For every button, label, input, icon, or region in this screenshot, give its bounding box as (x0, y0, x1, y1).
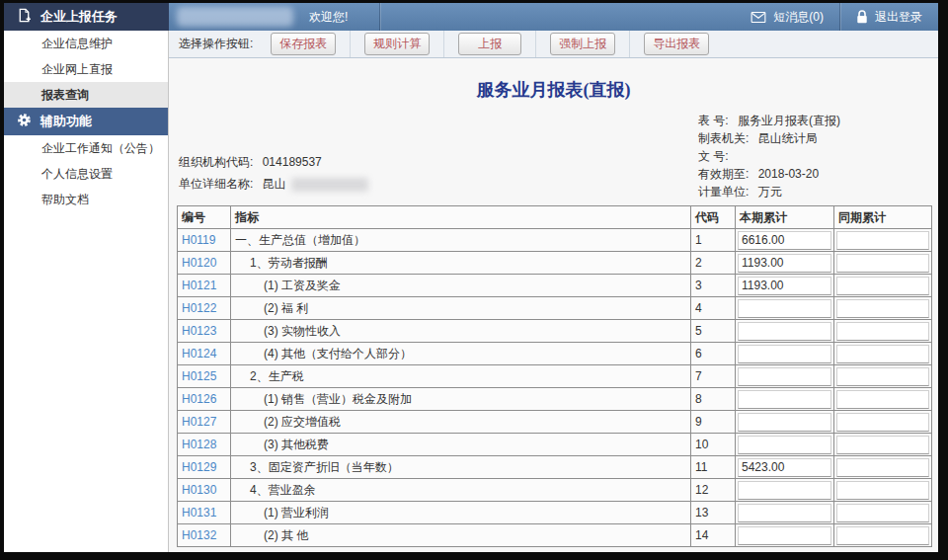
meta-left-block: 组织机构代码: 014189537 单位详细名称: 昆山 (179, 151, 368, 195)
current-period-input[interactable] (738, 367, 831, 386)
indicator-code-link[interactable]: H0129 (182, 460, 216, 474)
unit-name-value: 昆山 (263, 177, 286, 191)
indicator-code-link[interactable]: H0128 (182, 438, 216, 451)
force-submit-button[interactable]: 强制上报 (550, 33, 615, 55)
sidebar-item-help-docs[interactable]: 帮助文档 (4, 187, 168, 212)
indicator-code-link[interactable]: H0131 (182, 506, 216, 520)
top-bar-actions: 短消息(0) 退出登录 (735, 3, 938, 31)
rule-calc-button[interactable]: 规则计算 (364, 33, 430, 55)
toolbar-divider (350, 31, 351, 57)
row-code: 12 (691, 479, 736, 502)
current-period-input[interactable] (738, 322, 831, 341)
screenshot-frame: 企业上报任务 欢迎您! 短消息(0) 退出登录 (0, 0, 948, 560)
welcome-text: 欢迎您! (309, 9, 348, 26)
indicator-name: (2) 应交增值税 (231, 411, 691, 434)
toolbar-divider (629, 31, 630, 57)
save-report-button[interactable]: 保存报表 (271, 33, 336, 55)
logout-button[interactable]: 退出登录 (840, 3, 938, 31)
current-period-input[interactable] (738, 390, 831, 409)
indicator-code-link[interactable]: H0132 (182, 528, 216, 542)
sidebar-item-online-report[interactable]: 企业网上直报 (4, 56, 168, 82)
org-code-label: 组织机构代码: (179, 155, 253, 169)
indicator-code-link[interactable]: H0127 (182, 415, 216, 429)
sidebar-section-enterprise-tasks[interactable]: 企业上报任务 (4, 3, 169, 31)
current-period-input[interactable] (738, 299, 831, 318)
row-code: 3 (691, 275, 736, 297)
current-period-input[interactable] (738, 277, 831, 295)
prior-period-input[interactable] (836, 413, 929, 432)
prior-period-input[interactable] (836, 458, 929, 477)
indicator-name: (1) 营业利润 (231, 502, 691, 524)
toolbar-divider (535, 31, 536, 57)
unit-name-label: 单位详细名称: (179, 177, 253, 191)
indicator-code-link[interactable]: H0121 (182, 279, 216, 292)
current-period-input[interactable] (738, 345, 831, 363)
prior-period-input[interactable] (836, 322, 929, 341)
indicator-name: (3) 实物性收入 (231, 320, 691, 343)
prior-period-input[interactable] (836, 277, 929, 295)
indicator-code-link[interactable]: H0122 (182, 301, 216, 315)
indicator-code-link[interactable]: H0123 (182, 324, 216, 338)
sidebar-item-work-notice[interactable]: 企业工作通知（公告） (4, 135, 168, 161)
prior-period-input[interactable] (836, 504, 929, 522)
lock-icon (856, 10, 868, 24)
indicator-name: (1) 销售（营业）税金及附加 (231, 388, 691, 411)
topbar-divider (379, 3, 380, 31)
doc-number-line: 文 号: (698, 147, 840, 165)
sidebar-item-enterprise-info[interactable]: 企业信息维护 (4, 31, 168, 56)
row-code: 11 (691, 456, 736, 479)
unit-of-measure-line: 计量单位: 万元 (698, 183, 840, 200)
indicator-code-link[interactable]: H0125 (182, 369, 216, 383)
current-period-input[interactable] (738, 254, 831, 273)
issuing-agency-value: 昆山统计局 (758, 131, 818, 145)
prior-period-input[interactable] (836, 390, 929, 409)
table-row: H0123 (3) 实物性收入 5 (178, 320, 932, 343)
indicator-code-link[interactable]: H0120 (182, 256, 216, 270)
prior-period-input[interactable] (836, 299, 929, 318)
prior-period-input[interactable] (836, 345, 929, 363)
current-period-input[interactable] (738, 504, 831, 522)
indicator-code-link[interactable]: H0119 (182, 233, 215, 247)
prior-period-input[interactable] (836, 254, 929, 273)
current-period-input[interactable] (738, 526, 831, 545)
main-area: 选择操作按钮: 保存报表 规则计算 上报 强制上报 导出报表 服务业月报表(直报… (169, 31, 938, 552)
table-row: H0122 (2) 福 利 4 (178, 297, 932, 320)
sidebar-item-report-query[interactable]: 报表查询 (4, 82, 168, 108)
top-bar: 企业上报任务 欢迎您! 短消息(0) 退出登录 (4, 3, 938, 31)
report-meta: 组织机构代码: 014189537 单位详细名称: 昆山 表 号: 服务业月报表… (169, 99, 938, 205)
valid-until-label: 有效期至: (698, 167, 749, 181)
submit-button[interactable]: 上报 (458, 33, 521, 55)
table-row: H0130 4、营业盈余 12 (178, 479, 932, 502)
export-report-button[interactable]: 导出报表 (644, 33, 709, 55)
messages-button[interactable]: 短消息(0) (735, 3, 839, 31)
prior-period-input[interactable] (836, 231, 929, 250)
unit-name-line: 单位详细名称: 昆山 (179, 173, 368, 195)
current-period-input[interactable] (738, 231, 831, 250)
prior-period-input[interactable] (836, 481, 929, 500)
table-row: H0121 (1) 工资及奖金 3 (178, 275, 932, 297)
table-row: H0128 (3) 其他税费 10 (178, 434, 932, 456)
current-period-input[interactable] (738, 458, 831, 477)
indicator-name: (2) 其 他 (231, 524, 691, 547)
prior-period-input[interactable] (836, 526, 929, 545)
current-period-input[interactable] (738, 413, 831, 432)
current-period-input[interactable] (738, 481, 831, 500)
indicator-code-link[interactable]: H0126 (182, 392, 216, 406)
indicator-code-link[interactable]: H0130 (182, 483, 216, 497)
sidebar-section-aux-functions[interactable]: 辅助功能 (4, 108, 168, 135)
sidebar-item-personal-settings[interactable]: 个人信息设置 (4, 161, 168, 187)
indicator-name: 1、劳动者报酬 (231, 252, 691, 275)
table-row: H0129 3、固定资产折旧（当年数） 11 (178, 456, 932, 479)
indicator-code-link[interactable]: H0124 (182, 347, 216, 360)
table-row: H0120 1、劳动者报酬 2 (178, 252, 932, 275)
prior-period-input[interactable] (836, 436, 929, 454)
table-header-row: 编号 指标 代码 本期累计 同期累计 (178, 206, 932, 229)
row-code: 10 (691, 434, 736, 456)
row-code: 13 (691, 502, 736, 524)
valid-until-line: 有效期至: 2018-03-20 (698, 165, 840, 183)
table-row: H0132 (2) 其 他 14 (178, 524, 932, 547)
valid-until-value: 2018-03-20 (758, 167, 819, 181)
prior-period-input[interactable] (836, 367, 929, 386)
row-code: 1 (691, 229, 736, 252)
current-period-input[interactable] (738, 436, 831, 454)
